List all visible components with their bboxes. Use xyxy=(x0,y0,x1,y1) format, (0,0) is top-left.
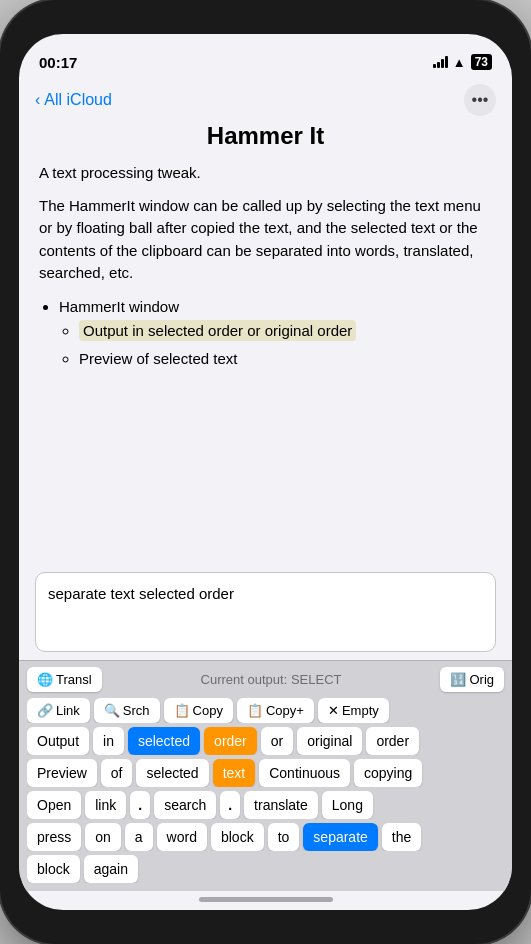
chip-r1-c4[interactable]: Continuous xyxy=(259,759,350,787)
chip-r0-c1[interactable]: in xyxy=(93,727,124,755)
x-icon: ✕ xyxy=(328,703,339,718)
srch-label: Srch xyxy=(123,703,150,718)
signal-icon xyxy=(433,56,448,68)
more-button[interactable]: ••• xyxy=(464,84,496,116)
chip-r3-c6[interactable]: separate xyxy=(303,823,377,851)
chip-r2-c5[interactable]: translate xyxy=(244,791,318,819)
status-time: 00:17 xyxy=(39,54,77,71)
content-area: Hammer It A text processing tweak. The H… xyxy=(19,122,512,564)
chip-r0-c2[interactable]: selected xyxy=(128,727,200,755)
battery-icon: 73 xyxy=(471,54,492,70)
sub-item-2: Preview of selected text xyxy=(79,347,492,371)
chip-r2-c0[interactable]: Open xyxy=(27,791,81,819)
chip-r1-c0[interactable]: Preview xyxy=(27,759,97,787)
toolbar-row-2: 🔗 Link 🔍 Srch 📋 Copy 📋 Copy+ ✕ Emp xyxy=(27,698,504,723)
page-title: Hammer It xyxy=(39,122,492,150)
search-icon: 🔍 xyxy=(104,703,120,718)
chip-r0-c6[interactable]: order xyxy=(366,727,419,755)
chevron-left-icon: ‹ xyxy=(35,91,40,109)
copy-button[interactable]: 📋 Copy xyxy=(164,698,233,723)
text-input[interactable]: separate text selected order xyxy=(35,572,496,652)
wifi-icon: ▲ xyxy=(453,55,466,70)
chip-r3-c5[interactable]: to xyxy=(268,823,300,851)
chip-r1-c3[interactable]: text xyxy=(213,759,256,787)
chip-r1-c2[interactable]: selected xyxy=(136,759,208,787)
orig-icon: 🔢 xyxy=(450,672,466,687)
empty-label: Empty xyxy=(342,703,379,718)
status-icons: ▲ 73 xyxy=(433,54,492,70)
suggestion-row-4: blockagain xyxy=(27,855,504,883)
transl-label: Transl xyxy=(56,672,92,687)
globe-icon: 🌐 xyxy=(37,672,53,687)
orig-button[interactable]: 🔢 Orig xyxy=(440,667,504,692)
copy-plus-button[interactable]: 📋 Copy+ xyxy=(237,698,314,723)
nav-bar: ‹ All iCloud ••• xyxy=(19,78,512,122)
srch-button[interactable]: 🔍 Srch xyxy=(94,698,160,723)
link-label: Link xyxy=(56,703,80,718)
link-button[interactable]: 🔗 Link xyxy=(27,698,90,723)
chip-r4-c1[interactable]: again xyxy=(84,855,138,883)
chip-r4-c0[interactable]: block xyxy=(27,855,80,883)
bullet-list: HammerIt window Output in selected order… xyxy=(39,295,492,371)
chip-r3-c7[interactable]: the xyxy=(382,823,421,851)
toolbar-row-1: 🌐 Transl Current output: SELECT 🔢 Orig xyxy=(27,667,504,692)
sub-item-1: Output in selected order or original ord… xyxy=(79,319,492,343)
screen: 00:17 ▲ 73 ‹ All iCloud ••• xyxy=(19,34,512,910)
description-line-1: A text processing tweak. xyxy=(39,162,492,185)
chip-r3-c4[interactable]: block xyxy=(211,823,264,851)
chip-r2-c1[interactable]: link xyxy=(85,791,126,819)
empty-button[interactable]: ✕ Empty xyxy=(318,698,389,723)
chip-r0-c0[interactable]: Output xyxy=(27,727,89,755)
description-line-2: The HammerIt window can be called up by … xyxy=(39,195,492,285)
suggestion-row-1: PreviewofselectedtextContinuouscopying xyxy=(27,759,504,787)
chip-r3-c0[interactable]: press xyxy=(27,823,81,851)
sub-list: Output in selected order or original ord… xyxy=(59,319,492,371)
home-indicator xyxy=(199,897,333,902)
copy-icon: 📋 xyxy=(174,703,190,718)
chip-r2-c6[interactable]: Long xyxy=(322,791,373,819)
notch xyxy=(201,0,331,28)
chip-r3-c2[interactable]: a xyxy=(125,823,153,851)
chip-r1-c5[interactable]: copying xyxy=(354,759,422,787)
link-icon: 🔗 xyxy=(37,703,53,718)
transl-button[interactable]: 🌐 Transl xyxy=(27,667,102,692)
suggestion-row-3: pressonawordblocktoseparatethe xyxy=(27,823,504,851)
chip-r0-c4[interactable]: or xyxy=(261,727,293,755)
text-input-value: separate text selected order xyxy=(48,585,234,602)
chip-r1-c1[interactable]: of xyxy=(101,759,133,787)
suggestion-rows: OutputinselectedorderororiginalorderPrev… xyxy=(27,727,504,883)
back-label: All iCloud xyxy=(44,91,112,109)
toolbar: 🌐 Transl Current output: SELECT 🔢 Orig 🔗… xyxy=(19,660,512,891)
chip-r0-c3[interactable]: order xyxy=(204,727,257,755)
status-bar: 00:17 ▲ 73 xyxy=(19,34,512,78)
chip-r3-c3[interactable]: word xyxy=(157,823,207,851)
bullet-item-1: HammerIt window Output in selected order… xyxy=(59,295,492,371)
ellipsis-icon: ••• xyxy=(472,91,489,109)
chip-r2-c4[interactable]: . xyxy=(220,791,240,819)
chip-r0-c5[interactable]: original xyxy=(297,727,362,755)
orig-label: Orig xyxy=(469,672,494,687)
suggestion-row-2: Openlink.search.translateLong xyxy=(27,791,504,819)
highlighted-text: Output in selected order or original ord… xyxy=(79,320,356,341)
back-button[interactable]: ‹ All iCloud xyxy=(35,91,112,109)
output-label: Current output: SELECT xyxy=(108,672,435,687)
chip-r2-c2[interactable]: . xyxy=(130,791,150,819)
copy-label: Copy xyxy=(193,703,223,718)
chip-r3-c1[interactable]: on xyxy=(85,823,121,851)
copy-plus-icon: 📋 xyxy=(247,703,263,718)
copy-plus-label: Copy+ xyxy=(266,703,304,718)
phone-frame: 00:17 ▲ 73 ‹ All iCloud ••• xyxy=(0,0,531,944)
chip-r2-c3[interactable]: search xyxy=(154,791,216,819)
suggestion-row-0: Outputinselectedorderororiginalorder xyxy=(27,727,504,755)
